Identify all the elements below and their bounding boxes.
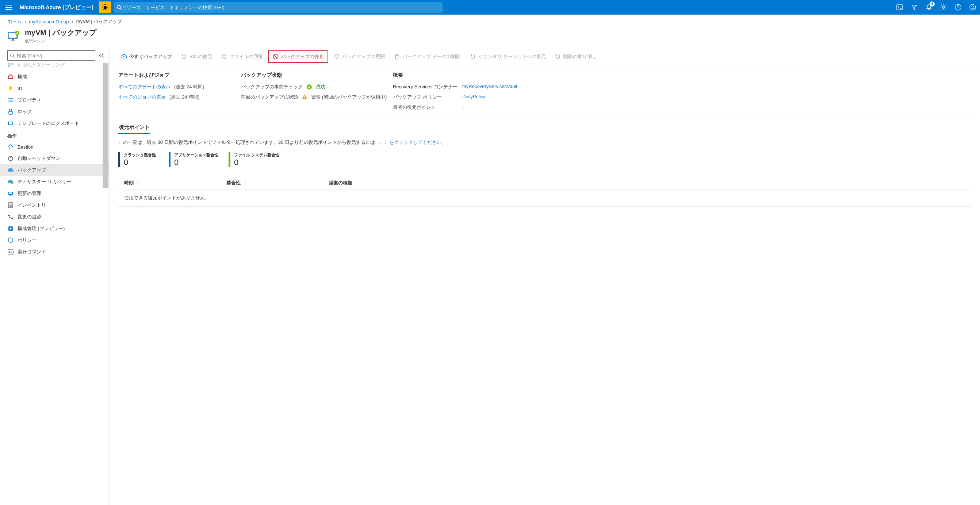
sidebar-item-auto-shutdown[interactable]: 自動シャットダウン — [0, 153, 109, 164]
bastion-icon — [7, 143, 14, 150]
backup-status-column: バックアップ状態 バックアップの事前チェック 成功 前回のバックアップの状態 警… — [241, 72, 387, 111]
stop-backup-button[interactable]: バックアップの停止 — [268, 50, 328, 63]
svg-point-22 — [11, 182, 13, 184]
sidebar-item-properties[interactable]: プロパティ — [0, 94, 109, 106]
cloud-shell-button[interactable] — [892, 0, 907, 14]
notifications-button[interactable]: 4 — [921, 0, 936, 14]
button-label: 今すぐバックアップ — [129, 53, 172, 60]
sidebar-item-configuration[interactable]: 構成 — [0, 71, 109, 83]
sidebar-item-locks[interactable]: ロック — [0, 106, 109, 118]
settings-button[interactable] — [936, 0, 951, 14]
policy-link[interactable]: DailyPolicy — [462, 94, 485, 99]
sidebar-menu: 可用性とスケーリング 構成 ID プロパティ ロック — [0, 63, 109, 505]
sidebar-item-update-management[interactable]: 更新の管理 — [0, 188, 109, 199]
search-icon — [117, 5, 122, 10]
sidebar-item-bastion[interactable]: Bastion — [0, 141, 109, 153]
restore-icon — [221, 53, 228, 60]
first-rp-label: 最初の復元ポイント — [393, 104, 462, 111]
chevron-double-left-icon — [99, 53, 104, 58]
column-time[interactable]: 時刻↑↓ — [124, 180, 226, 186]
svg-point-0 — [104, 6, 107, 10]
sidebar-item-config-management[interactable]: 構成管理 (プレビュー) — [0, 223, 109, 234]
sort-icon: ↑↓ — [243, 180, 248, 185]
directory-filter-button[interactable] — [907, 0, 921, 14]
export-icon — [7, 120, 14, 127]
delete-backup-data-button[interactable]: バックアップ データの削除 — [390, 51, 465, 62]
sidebar-item-identity[interactable]: ID — [0, 83, 109, 94]
alerts-heading: アラートおよびジョブ — [118, 72, 235, 78]
file-recovery-button[interactable]: ファイルの回復 — [217, 51, 267, 62]
sidebar-scrollbar[interactable] — [103, 63, 108, 505]
counter-value: 0 — [174, 158, 218, 167]
sidebar-item-label: 構成管理 (プレビュー) — [18, 225, 65, 232]
resume-backup-button[interactable]: バックアップの再開 — [330, 51, 388, 62]
global-search[interactable] — [114, 2, 442, 13]
older-restore-points-link[interactable]: ここをクリックしてください — [380, 140, 441, 145]
button-label: バックアップの再開 — [342, 53, 385, 60]
sidebar-item-label: 実行コマンド — [18, 249, 46, 255]
secondary-region-restore-button[interactable]: セカンダリ リージョンへの復元 — [466, 51, 550, 62]
view-all-alerts-link[interactable]: すべてのアラートの表示 — [118, 84, 170, 90]
sidebar-search-input[interactable] — [17, 53, 93, 59]
last-backup-label: 前回のバックアップの状態 — [241, 94, 298, 100]
resource-type-subtitle: 仮想マシン — [25, 38, 96, 44]
counter-label: クラッシュ整合性 — [124, 152, 159, 158]
sidebar-item-disaster-recovery[interactable]: ディザスター リカバリー — [0, 176, 109, 188]
global-search-input[interactable] — [122, 5, 440, 10]
sidebar-item-backup[interactable]: バックアップ — [0, 164, 109, 176]
svg-rect-14 — [11, 63, 13, 65]
consistency-counters: クラッシュ整合性 0 アプリケーション整合性 0 ファイル システム整合性 0 — [110, 146, 980, 171]
breadcrumb-resource-group[interactable]: myResourceGroup — [29, 19, 68, 24]
sidebar-item-inventory[interactable]: インベントリ — [0, 199, 109, 211]
vault-link[interactable]: myRecoveryServicesVault — [462, 84, 517, 89]
warning-icon — [302, 94, 307, 100]
sidebar-item-run-command[interactable]: 実行コマンド — [0, 246, 109, 258]
svg-rect-25 — [10, 195, 11, 196]
notification-badge: 4 — [930, 2, 935, 6]
scale-icon — [7, 63, 14, 68]
sidebar-item-label: 自動シャットダウン — [18, 155, 60, 162]
resource-header: myVM | バックアップ 仮想マシン — [0, 26, 980, 48]
sidebar-item-policies[interactable]: ポリシー — [0, 234, 109, 246]
sidebar-item-change-tracking[interactable]: 変更の追跡 — [0, 211, 109, 223]
dr-icon — [7, 178, 14, 185]
column-recovery-type[interactable]: 回復の種類 — [329, 180, 966, 186]
collapse-sidebar-button[interactable] — [97, 52, 105, 59]
button-label: VM の復元 — [189, 53, 212, 60]
svg-rect-24 — [9, 193, 12, 194]
summary-column: 概要 Recovery Services コンテナー myRecoverySer… — [393, 72, 971, 111]
sidebar-item-label: 更新の管理 — [18, 190, 41, 197]
svg-rect-20 — [9, 122, 13, 124]
svg-point-5 — [970, 5, 975, 10]
vm-icon — [7, 29, 21, 42]
backup-now-icon — [121, 53, 127, 60]
sidebar-item-label: インベントリ — [18, 202, 46, 209]
sidebar-item-availability[interactable]: 可用性とスケーリング — [0, 63, 109, 71]
column-consistency[interactable]: 整合性↑↓ — [226, 180, 329, 186]
breadcrumb-home[interactable]: ホーム — [7, 18, 22, 25]
vault-label: Recovery Services コンテナー — [393, 84, 462, 90]
help-button[interactable] — [951, 0, 966, 14]
smiley-icon — [969, 4, 976, 11]
config-icon — [7, 73, 14, 80]
sidebar-item-label: 構成 — [18, 73, 27, 80]
counter-value: 0 — [234, 158, 279, 167]
svg-rect-17 — [9, 76, 13, 78]
resume-icon — [333, 53, 340, 60]
backup-now-button[interactable]: 今すぐバックアップ — [117, 51, 176, 62]
svg-rect-10 — [11, 40, 15, 41]
sidebar-item-export-template[interactable]: テンプレートのエクスポート — [0, 118, 109, 129]
tab-restore-points[interactable]: 復元ポイント — [118, 122, 150, 134]
power-icon — [7, 155, 14, 162]
hamburger-menu-button[interactable] — [0, 0, 18, 14]
undelete-button[interactable]: 削除の取り消し — [551, 51, 600, 62]
restore-vm-button[interactable]: VM の復元 — [177, 51, 216, 62]
view-all-jobs-link[interactable]: すべてのジョブの表示 — [118, 94, 166, 100]
breadcrumb: ホーム › myResourceGroup › myVM | バックアップ — [0, 14, 980, 26]
sidebar-search[interactable] — [7, 50, 95, 61]
preview-bug-button[interactable] — [99, 2, 111, 13]
summary-heading: 概要 — [393, 72, 971, 78]
sidebar-item-label: 変更の追跡 — [18, 213, 41, 220]
counter-label: ファイル システム整合性 — [234, 152, 279, 158]
feedback-button[interactable] — [966, 0, 980, 14]
